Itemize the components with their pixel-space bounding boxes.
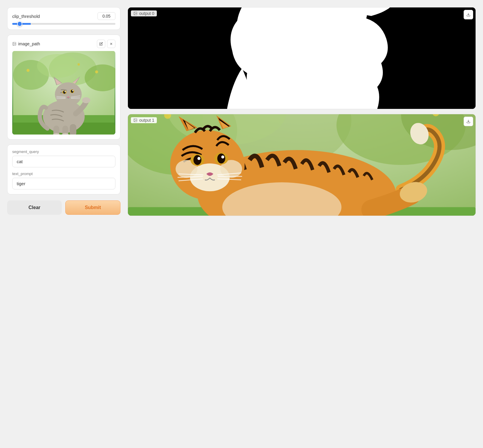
svg-point-8 (37, 54, 79, 78)
svg-point-11 (95, 70, 98, 73)
svg-rect-21 (70, 124, 76, 135)
text-prompt-label: text_prompt (12, 172, 115, 176)
segment-query-label: segment_query (12, 149, 115, 154)
image-card-header: image_path (12, 40, 115, 48)
image-actions (97, 40, 115, 48)
download-output1-button[interactable] (464, 117, 473, 126)
svg-line-36 (56, 98, 66, 99)
segment-query-input[interactable] (12, 156, 115, 167)
svg-point-84 (197, 157, 200, 160)
edit-image-button[interactable] (97, 40, 105, 48)
output-0-image (128, 7, 476, 109)
image-icon (12, 42, 16, 46)
output-1-card: output 1 (128, 114, 476, 216)
clear-button[interactable]: Clear (7, 200, 62, 215)
button-row: Clear Submit (7, 200, 120, 215)
svg-point-10 (78, 63, 80, 66)
text-prompt-group: text_prompt (12, 172, 115, 189)
download-output0-button[interactable] (464, 10, 473, 19)
segment-query-group: segment_query (12, 149, 115, 167)
submit-button[interactable]: Submit (65, 200, 120, 215)
svg-point-83 (193, 155, 202, 165)
svg-point-49 (134, 119, 135, 120)
download-icon (466, 13, 470, 17)
svg-point-32 (72, 90, 73, 91)
svg-line-39 (71, 98, 80, 99)
image-path-label: image_path (12, 41, 40, 46)
clip-threshold-slider[interactable] (12, 23, 115, 25)
svg-point-31 (64, 91, 66, 92)
pencil-icon (99, 42, 103, 46)
svg-line-35 (56, 98, 66, 98)
download-icon-1 (466, 119, 470, 123)
remove-image-button[interactable] (107, 40, 115, 48)
image-icon-output1 (133, 118, 137, 122)
close-icon (109, 42, 113, 46)
svg-point-87 (221, 155, 224, 158)
svg-point-22 (55, 82, 82, 106)
image-path-card: image_path (7, 35, 120, 140)
svg-point-1 (13, 43, 14, 44)
left-panel: clip_threshold 0.05 image_path (7, 7, 120, 441)
svg-point-9 (27, 69, 30, 72)
slider-header: clip_threshold 0.05 (12, 12, 115, 20)
output-1-label: output 1 (131, 117, 157, 123)
svg-point-20 (82, 97, 90, 103)
svg-point-86 (217, 154, 225, 163)
image-icon-output0 (133, 11, 137, 16)
output-1-image (128, 114, 476, 216)
query-card: segment_query text_prompt (7, 144, 120, 194)
text-prompt-input[interactable] (12, 178, 115, 189)
output-0-card: output 0 (128, 7, 476, 109)
output-0-label: output 0 (131, 10, 157, 16)
clip-threshold-label: clip_threshold (12, 14, 40, 19)
slider-card: clip_threshold 0.05 (7, 7, 120, 30)
svg-point-41 (134, 13, 135, 13)
clip-threshold-value: 0.05 (97, 12, 115, 20)
right-panel: output 0 (128, 7, 476, 441)
cat-image (12, 51, 115, 135)
